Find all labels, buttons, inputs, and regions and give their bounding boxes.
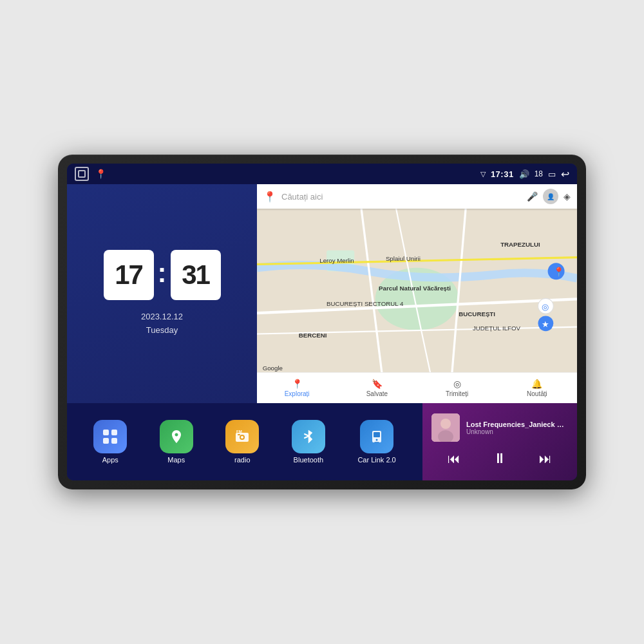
map-tab-saved[interactable]: 🔖 Salvate: [337, 379, 417, 397]
bottom-section: Apps Maps: [67, 403, 577, 480]
svg-text:★: ★: [542, 319, 549, 329]
svg-text:FM: FM: [236, 430, 242, 433]
volume-icon: 🔊: [519, 169, 529, 179]
car-head-unit: 📍 ▽ 17:31 🔊 18 ▭ ↩ 17 : 31: [58, 155, 586, 489]
home-button[interactable]: [75, 167, 89, 181]
music-title: Lost Frequencies_Janieck Devy-...: [466, 421, 568, 428]
news-icon: 🔔: [531, 379, 542, 389]
svg-rect-23: [103, 430, 109, 435]
map-layers-icon[interactable]: ◈: [564, 191, 571, 202]
radio-label: radio: [234, 456, 250, 464]
battery-level: 18: [535, 169, 543, 178]
map-tab-explore[interactable]: 📍 Explorați: [257, 379, 337, 397]
apps-label: Apps: [102, 456, 118, 464]
screen: 📍 ▽ 17:31 🔊 18 ▭ ↩ 17 : 31: [67, 164, 577, 480]
svg-text:📍: 📍: [553, 266, 565, 278]
status-bar-left: 📍: [75, 167, 106, 181]
maps-icon: [160, 420, 193, 453]
music-player: Lost Frequencies_Janieck Devy-... Unknow…: [422, 403, 577, 480]
saved-label: Salvate: [366, 390, 388, 397]
next-button[interactable]: ⏭: [534, 447, 557, 470]
carlink-label: Car Link 2.0: [357, 456, 395, 464]
status-time: 17:31: [491, 169, 514, 179]
clock-minutes: 31: [171, 250, 221, 300]
map-search-input[interactable]: Căutați aici: [281, 192, 522, 202]
music-info: Lost Frequencies_Janieck Devy-... Unknow…: [431, 413, 568, 442]
svg-text:BERCENI: BERCENI: [299, 332, 327, 339]
map-tab-share[interactable]: ◎ Trimiteți: [417, 379, 497, 397]
map-user-avatar[interactable]: 👤: [543, 189, 558, 204]
album-art: [431, 413, 460, 442]
map-mic-icon[interactable]: 🎤: [527, 191, 538, 202]
svg-text:BUCUREȘTI: BUCUREȘTI: [459, 310, 495, 317]
svg-rect-33: [374, 432, 380, 437]
share-icon: ◎: [453, 379, 461, 389]
signal-icon: ▽: [480, 170, 486, 178]
prev-button[interactable]: ⏮: [442, 447, 466, 470]
back-button[interactable]: ↩: [561, 168, 569, 180]
maps-label: Maps: [167, 456, 185, 464]
saved-icon: 🔖: [372, 379, 383, 389]
main-content: 17 : 31 2023.12.12 Tuesday 📍 Căutați aic…: [67, 184, 577, 480]
svg-point-34: [376, 439, 378, 441]
share-label: Trimiteți: [446, 390, 468, 397]
svg-text:Parcul Natural Văcărești: Parcul Natural Văcărești: [379, 285, 451, 292]
bluetooth-label: Bluetooth: [294, 456, 323, 464]
map-view: Parcul Natural Văcărești Leroy Merlin BU…: [257, 209, 577, 375]
map-tab-news[interactable]: 🔔 Noutăți: [497, 379, 577, 397]
clock-date: 2023.12.12 Tuesday: [141, 310, 183, 337]
top-section: 17 : 31 2023.12.12 Tuesday 📍 Căutați aic…: [67, 184, 577, 403]
map-panel[interactable]: 📍 Căutați aici 🎤 👤 ◈: [257, 184, 577, 403]
svg-rect-30: [238, 434, 240, 435]
status-bar: 📍 ▽ 17:31 🔊 18 ▭ ↩: [67, 164, 577, 184]
svg-text:◎: ◎: [542, 302, 549, 312]
bluetooth-icon: [292, 420, 325, 453]
app-icons-area: Apps Maps: [67, 403, 422, 480]
svg-point-29: [241, 436, 243, 439]
music-thumbnail: [431, 413, 460, 442]
map-header: 📍 Căutați aici 🎤 👤 ◈: [257, 184, 577, 209]
map-footer: 📍 Explorați 🔖 Salvate ◎ Trimiteți 🔔: [257, 372, 577, 403]
maps-status-icon: 📍: [95, 169, 106, 179]
app-item-maps[interactable]: Maps: [160, 420, 193, 464]
svg-text:JUDEȚUL ILFOV: JUDEȚUL ILFOV: [473, 325, 521, 332]
map-logo-icon: 📍: [263, 191, 276, 203]
app-item-carlink[interactable]: Car Link 2.0: [357, 420, 395, 464]
radio-icon: FM: [225, 420, 259, 453]
svg-rect-25: [103, 438, 109, 444]
status-bar-right: ▽ 17:31 🔊 18 ▭ ↩: [480, 168, 569, 180]
svg-rect-26: [111, 438, 117, 444]
explore-icon: 📍: [292, 379, 303, 389]
clock-hours: 17: [104, 250, 154, 300]
svg-rect-24: [111, 430, 117, 435]
svg-text:TRAPEZULUI: TRAPEZULUI: [500, 241, 540, 248]
music-controls: ⏮ ⏸ ⏭: [431, 447, 568, 470]
svg-text:Google: Google: [263, 365, 283, 372]
apps-icon: [93, 420, 127, 453]
play-pause-button[interactable]: ⏸: [488, 447, 511, 470]
battery-icon: ▭: [548, 169, 556, 179]
svg-text:Leroy Merlin: Leroy Merlin: [319, 257, 354, 264]
clock-colon: :: [158, 260, 167, 287]
app-item-radio[interactable]: FM radio: [225, 420, 259, 464]
music-artist: Unknown: [466, 428, 568, 435]
clock-display: 17 : 31: [104, 250, 221, 300]
carlink-icon: [360, 420, 393, 453]
svg-text:Splaiul Unirii: Splaiul Unirii: [386, 255, 421, 262]
music-text: Lost Frequencies_Janieck Devy-... Unknow…: [466, 421, 568, 435]
svg-text:BUCUREȘTI SECTORUL 4: BUCUREȘTI SECTORUL 4: [327, 300, 404, 307]
app-item-bluetooth[interactable]: Bluetooth: [292, 420, 325, 464]
clock-panel: 17 : 31 2023.12.12 Tuesday: [67, 184, 257, 403]
app-item-apps[interactable]: Apps: [93, 420, 127, 464]
explore-label: Explorați: [285, 390, 310, 397]
news-label: Noutăți: [527, 390, 547, 397]
svg-point-36: [440, 419, 451, 429]
